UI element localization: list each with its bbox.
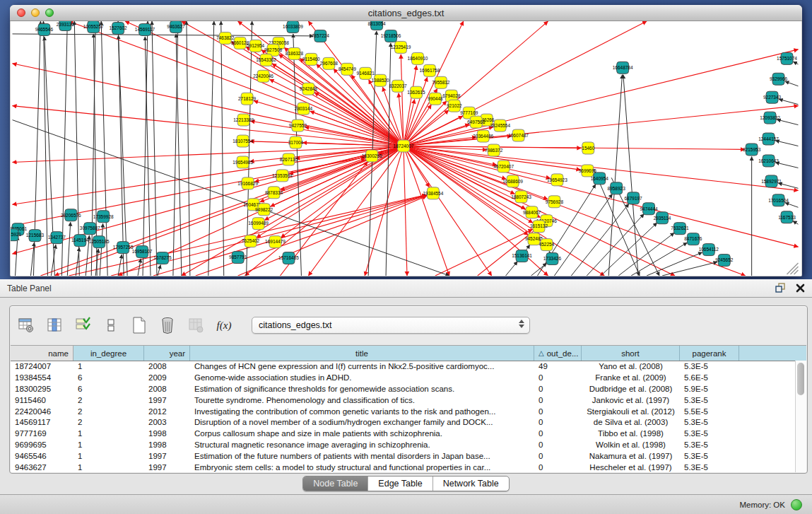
graph-node-9857791[interactable]: 9857791 xyxy=(229,252,247,264)
delete-column-icon[interactable] xyxy=(157,315,178,336)
graph-node-15892971[interactable]: 15892971 xyxy=(761,175,782,187)
graph-node-2967608[interactable]: 2967608 xyxy=(320,57,339,69)
graph-node-10654112[interactable]: 10654112 xyxy=(699,244,719,256)
graph-node-8454749[interactable]: 8454749 xyxy=(339,63,357,75)
column-header-pagerank[interactable]: pagerank xyxy=(680,346,739,361)
graph-node-6879197[interactable]: 6879197 xyxy=(625,192,643,204)
graph-node-1145194[interactable]: 1145194 xyxy=(71,235,89,247)
graph-node-15716485[interactable]: 15716485 xyxy=(278,252,299,264)
graph-node-19166829[interactable]: 19166829 xyxy=(237,177,258,189)
graph-node-19654923[interactable]: 19654923 xyxy=(547,174,567,186)
graph-node-9329966[interactable]: 9329966 xyxy=(770,73,788,85)
column-header-name[interactable]: name xyxy=(11,346,73,361)
graph-node-30975887[interactable]: 30975887 xyxy=(80,223,100,235)
network-window-titlebar[interactable]: citations_edges.txt xyxy=(10,5,802,21)
graph-node-8215953[interactable]: 8215953 xyxy=(743,144,761,156)
table-row[interactable]: 911546021997Tourette syndrome. Phenomeno… xyxy=(11,395,796,406)
graph-node-1342737[interactable]: 1342737 xyxy=(48,232,66,244)
graph-node-19384554[interactable]: 19384554 xyxy=(423,187,444,199)
graph-node-1215683[interactable]: 1215683 xyxy=(26,230,45,242)
graph-node-8186328[interactable]: 8186328 xyxy=(286,47,304,59)
table-row[interactable]: 1830029562008Estimation of significance … xyxy=(11,383,796,395)
graph-node-16210643[interactable]: 16210643 xyxy=(758,155,779,167)
graph-node-7632621[interactable]: 7632621 xyxy=(671,223,689,235)
graph-node-317004[interactable]: 317004 xyxy=(288,136,304,148)
graph-node-10055257[interactable]: 10055257 xyxy=(83,21,104,33)
table-row[interactable]: 946362711997Embryonic stem cells: a mode… xyxy=(11,462,796,472)
column-header-out_degree[interactable]: △out_de... xyxy=(534,346,582,361)
graph-node-16033809[interactable]: 16033809 xyxy=(283,21,303,33)
graph-node-15460[interactable]: 15460 xyxy=(582,142,594,154)
tab-network-table[interactable]: Network Table xyxy=(433,477,509,491)
table-row[interactable]: 1938455462009Genome-wide association stu… xyxy=(11,372,796,383)
resize-grip-icon[interactable] xyxy=(787,263,799,274)
table-row[interactable]: 2242004622012Investigating the contribut… xyxy=(11,406,796,417)
graph-node-12213389[interactable]: 12213389 xyxy=(233,114,254,126)
memory-status-indicator[interactable] xyxy=(791,499,802,510)
graph-node-16958107[interactable]: 16958107 xyxy=(132,246,153,258)
table-row[interactable]: 1872400712008Changes of HCN gene express… xyxy=(11,361,796,372)
tab-node-table[interactable]: Node Table xyxy=(303,477,368,491)
graph-node-15136141[interactable]: 15136141 xyxy=(512,250,532,262)
graph-node-12353594[interactable]: 12353594 xyxy=(272,170,293,182)
graph-node-7986372[interactable]: 7986372 xyxy=(485,144,503,156)
graph-node-7955812[interactable]: 7955812 xyxy=(432,76,450,88)
graph-node-7857224[interactable]: 7857224 xyxy=(312,30,330,42)
scrollbar-thumb[interactable] xyxy=(797,363,804,395)
graph-node-990448[interactable]: 990448 xyxy=(428,93,443,105)
column-checklist-icon[interactable] xyxy=(72,315,93,336)
column-header-title[interactable]: title xyxy=(190,346,534,361)
graph-node-15751074[interactable]: 15751074 xyxy=(777,52,797,64)
graph-node-9474444[interactable]: 9474444 xyxy=(640,203,658,215)
graph-node-8958923[interactable]: 8958923 xyxy=(608,182,626,194)
graph-node-8813054[interactable]: 8813054 xyxy=(368,21,387,30)
graph-node-19218506[interactable]: 19218506 xyxy=(381,30,401,42)
graph-node-10688609[interactable]: 10688609 xyxy=(502,175,523,187)
graph-node-17016504[interactable]: 17016504 xyxy=(768,194,789,206)
graph-node-2718129[interactable]: 2718129 xyxy=(238,93,257,105)
table-settings-icon[interactable] xyxy=(16,315,37,336)
graph-node-1388520[interactable]: 1388520 xyxy=(372,74,390,86)
graph-node-1362615[interactable]: 1362615 xyxy=(407,86,425,98)
network-view-window[interactable]: citations_edges.txt 18724007746382286601… xyxy=(10,5,802,276)
graph-node-9463627[interactable]: 9463627 xyxy=(167,21,185,33)
graph-node-16961758[interactable]: 16961758 xyxy=(420,64,440,76)
delete-table-icon[interactable] xyxy=(185,315,206,336)
graph-node-452254[interactable]: 452254 xyxy=(539,239,555,251)
column-header-short[interactable]: short xyxy=(582,346,680,361)
graph-node-18107554[interactable]: 18107554 xyxy=(233,135,253,147)
graph-node-9245652[interactable]: 9245652 xyxy=(715,255,734,267)
tab-edge-table[interactable]: Edge Table xyxy=(368,477,433,491)
table-row[interactable]: 1456911722003Disruption of a novel membe… xyxy=(11,416,796,428)
table-row[interactable]: 946554611997Estimation of the future num… xyxy=(11,450,796,462)
graph-node-10607487[interactable]: 10607487 xyxy=(508,129,529,141)
column-header-in_degree[interactable]: in_degree xyxy=(73,346,144,361)
graph-node-8267130[interactable]: 8267130 xyxy=(280,153,298,165)
graph-node-1527602[interactable]: 1527602 xyxy=(110,22,128,34)
table-panel-header[interactable]: Table Panel xyxy=(0,279,812,298)
graph-node-9227343[interactable]: 9227343 xyxy=(763,91,782,103)
graph-node-19654985[interactable]: 19654985 xyxy=(233,156,253,168)
graph-node-20364486[interactable]: 20364486 xyxy=(473,130,493,142)
graph-node-45720407[interactable]: 45720407 xyxy=(493,160,514,173)
graph-node-18640910[interactable]: 18640910 xyxy=(408,52,428,64)
network-canvas[interactable]: 1872400774638228660128591295423226058982… xyxy=(11,21,801,276)
graph-node-12325419[interactable]: 12325419 xyxy=(391,41,411,53)
graph-node-12444157[interactable]: 12444157 xyxy=(758,133,779,145)
network-graph-svg[interactable]: 1872400774638228660128591295423226058982… xyxy=(11,21,801,276)
graph-node-2393136[interactable]: 2393136 xyxy=(57,21,75,30)
float-panel-icon[interactable] xyxy=(774,281,787,294)
graph-node-12093832[interactable]: 12093832 xyxy=(760,112,780,124)
table-select-dropdown[interactable]: citations_edges.txt xyxy=(252,317,530,334)
graph-node-16648784[interactable]: 16648784 xyxy=(613,62,633,74)
table-row[interactable]: 977716911998Corpus callosum shape and si… xyxy=(11,428,796,439)
graph-node-22420046[interactable]: 22420046 xyxy=(253,70,273,82)
close-panel-icon[interactable] xyxy=(794,281,806,294)
select-columns-icon[interactable] xyxy=(44,315,65,336)
graph-node-8322037[interactable]: 8322037 xyxy=(389,80,407,92)
row-height-icon[interactable] xyxy=(100,315,122,336)
graph-node-9115460[interactable]: 9115460 xyxy=(302,53,320,65)
graph-node-1733426[interactable]: 1733426 xyxy=(543,253,562,265)
column-header-year[interactable]: year xyxy=(144,346,190,361)
new-column-icon[interactable] xyxy=(129,315,150,336)
